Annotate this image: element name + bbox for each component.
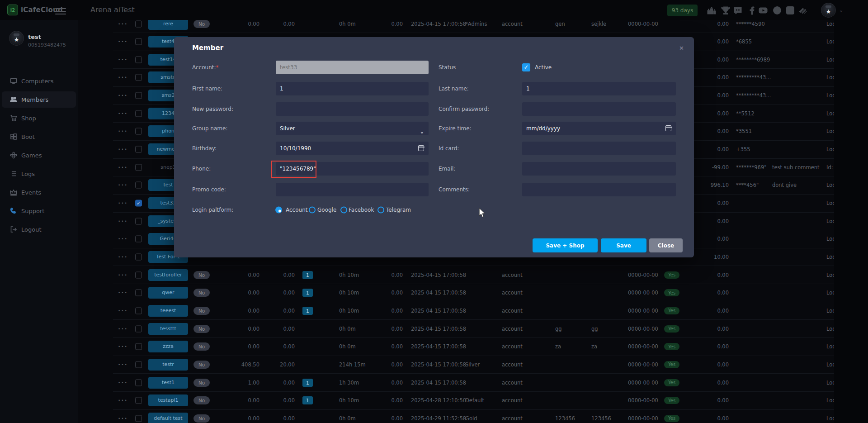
sidebar-item-members[interactable]: Members [2,91,76,108]
row-menu-dots[interactable]: ••• [118,129,128,133]
podium-icon[interactable] [707,5,717,15]
row-checkbox[interactable] [135,415,142,422]
sidebar-item-computers[interactable]: Computers [2,73,76,89]
row-menu-dots[interactable]: ••• [118,75,128,80]
row-menu-dots[interactable]: ••• [118,380,128,385]
row-menu-dots[interactable]: ••• [118,165,128,170]
layers-icon[interactable] [798,5,808,15]
row-menu-dots[interactable]: ••• [118,255,128,259]
member-name-button[interactable]: testr [148,359,188,371]
sidebar-item-support[interactable]: Support [2,203,76,219]
row-checkbox[interactable] [135,218,142,224]
row-checkbox[interactable] [135,343,142,350]
row-checkbox[interactable] [135,307,142,314]
active-checkbox[interactable]: ✓ [522,63,530,71]
sidebar-item-events[interactable]: Events [2,184,76,200]
row-checkbox[interactable] [135,56,142,63]
row-menu-dots[interactable]: ••• [118,237,128,241]
row-checkbox[interactable] [135,325,142,332]
row-menu-dots[interactable]: ••• [118,273,128,277]
row-menu-dots[interactable]: ••• [118,362,128,367]
radio-google[interactable] [309,207,316,214]
group-name-select[interactable]: Silver⌄ [276,122,429,135]
close-icon[interactable]: ✕ [677,43,686,53]
row-menu-dots[interactable]: ••• [118,183,128,187]
row-checkbox[interactable] [135,253,142,260]
user-avatar[interactable]: ★ [821,3,836,18]
confirm-password-field[interactable] [522,102,676,116]
sidebar-item-logout[interactable]: Logout [2,221,76,238]
email-field[interactable] [522,162,676,176]
row-checkbox[interactable] [135,379,142,386]
sidebar-item-logs[interactable]: Logs [2,166,76,182]
icafecloud-mark-icon[interactable] [785,5,795,15]
sidebar-item-shop[interactable]: Shop [2,110,76,126]
row-menu-dots[interactable]: ••• [118,57,128,62]
discord-icon[interactable] [733,5,743,15]
row-checkbox[interactable] [135,397,142,404]
row-menu-dots[interactable]: ••• [118,22,128,26]
row-checkbox[interactable] [135,271,142,278]
row-checkbox[interactable] [135,110,142,117]
row-checkbox[interactable] [135,164,142,171]
row-checkbox[interactable] [135,20,142,27]
row-menu-dots[interactable]: ••• [118,93,128,98]
row-menu-dots[interactable]: ••• [118,219,128,223]
sidebar-item-boot[interactable]: Boot [2,128,76,145]
birthday-field[interactable]: 10/10/1990 [276,142,429,155]
member-name-button[interactable]: zzza [148,341,188,352]
row-menu-dots[interactable]: ••• [118,39,128,44]
row-checkbox[interactable] [135,182,142,189]
row-checkbox[interactable] [135,38,142,45]
member-name-button[interactable]: testapi1 [148,394,188,406]
row-checkbox[interactable] [135,92,142,99]
row-menu-dots[interactable]: ••• [118,416,128,421]
row-menu-dots[interactable]: ••• [118,201,128,205]
row-menu-dots[interactable]: ••• [118,327,128,331]
sidebar-avatar[interactable]: ★ [9,31,24,46]
member-name-button[interactable]: tessttt [148,323,188,335]
member-name-button[interactable]: test1 [148,377,188,389]
globe-icon[interactable] [772,5,782,15]
row-menu-dots[interactable]: ••• [118,147,128,152]
save-button[interactable]: Save [601,238,646,252]
row-checkbox[interactable]: ✓ [135,200,142,207]
facebook-icon[interactable] [747,5,757,15]
comments-field[interactable] [522,183,676,196]
member-name-button[interactable]: qwer [148,287,188,299]
amount-cell: 0.00 [717,236,729,242]
row-menu-dots[interactable]: ••• [118,398,128,403]
row-checkbox[interactable] [135,361,142,368]
member-name-button[interactable]: testforoffer [148,269,188,281]
calendar-icon[interactable] [418,145,424,151]
chevron-down-icon[interactable]: ⌄ [839,7,843,13]
close-button[interactable]: Close [649,238,683,252]
radio-telegram[interactable] [377,207,384,214]
row-checkbox[interactable] [135,128,142,135]
id-card-field[interactable] [522,142,676,155]
row-menu-dots[interactable]: ••• [118,111,128,116]
promo-code-field[interactable] [276,183,429,196]
calendar-icon[interactable] [665,125,671,131]
member-name-button[interactable]: default test [148,413,188,423]
radio-facebook[interactable] [340,207,347,214]
expire-time-field[interactable]: mm/dd/yyyy [522,122,676,135]
youtube-icon[interactable] [758,5,768,15]
first-name-field[interactable]: 1 [276,82,429,95]
trophy-icon[interactable] [721,5,731,15]
row-menu-dots[interactable]: ••• [118,309,128,313]
last-name-field[interactable]: 1 [522,82,676,95]
member-name-button[interactable]: teeest [148,305,188,317]
balance-cell: 0.00 [248,272,259,278]
radio-account[interactable] [275,207,282,214]
row-menu-dots[interactable]: ••• [118,344,128,349]
new-password-field[interactable] [276,102,429,116]
row-checkbox[interactable] [135,146,142,153]
sidebar-item-games[interactable]: Games [2,147,76,163]
row-menu-dots[interactable]: ••• [118,290,128,295]
row-checkbox[interactable] [135,290,142,296]
row-checkbox[interactable] [135,74,142,81]
save-shop-button[interactable]: Save + Shop [533,238,598,252]
menu-toggle-icon[interactable] [55,6,66,14]
row-checkbox[interactable] [135,236,142,242]
